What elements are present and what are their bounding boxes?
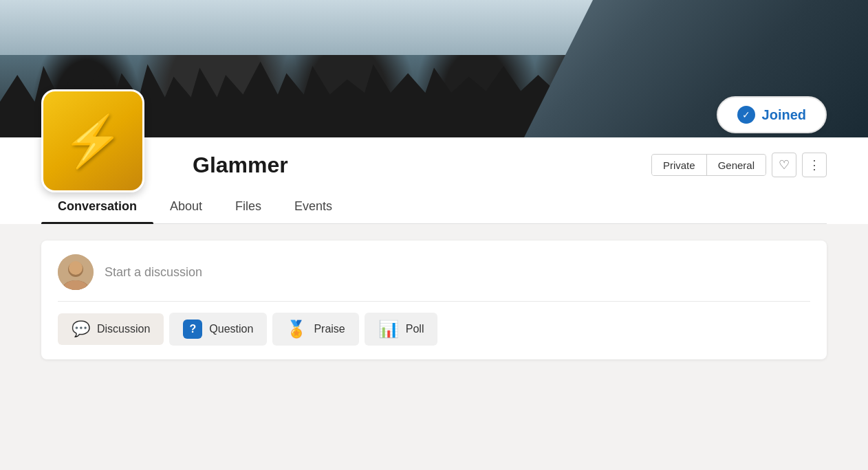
question-icon: ? xyxy=(183,320,202,339)
discussion-actions: 💬 Discussion ? Question 🏅 Praise 📊 Poll xyxy=(58,313,810,346)
praise-label: Praise xyxy=(314,323,345,335)
joined-check-icon: ✓ xyxy=(737,106,755,124)
lightning-icon: ⚡ xyxy=(62,116,124,166)
more-icon: ⋮ xyxy=(808,157,821,172)
question-label: Question xyxy=(209,323,253,335)
praise-icon: 🏅 xyxy=(286,320,307,339)
praise-type-button[interactable]: 🏅 Praise xyxy=(272,313,358,346)
svg-point-3 xyxy=(69,261,83,275)
group-name: Glammer xyxy=(193,153,288,178)
more-options-button[interactable]: ⋮ xyxy=(802,153,827,177)
tab-events[interactable]: Events xyxy=(278,190,349,223)
start-discussion-row[interactable]: Start a discussion xyxy=(58,254,810,302)
discussion-type-button[interactable]: 💬 Discussion xyxy=(58,313,164,345)
favorite-button[interactable]: ♡ xyxy=(772,153,796,177)
group-logo: ⚡ xyxy=(41,89,144,192)
joined-button[interactable]: ✓ Joined xyxy=(717,96,827,133)
group-name-row: Glammer Private General ♡ ⋮ xyxy=(41,137,827,179)
user-avatar xyxy=(58,254,94,290)
privacy-badge: Private General xyxy=(651,154,766,176)
tab-files[interactable]: Files xyxy=(219,190,278,223)
start-discussion-placeholder: Start a discussion xyxy=(105,265,202,280)
profile-section: ⚡ ✓ Joined Glammer Private General ♡ ⋮ C… xyxy=(0,137,868,224)
content-area: Start a discussion 💬 Discussion ? Questi… xyxy=(0,224,868,376)
question-type-button[interactable]: ? Question xyxy=(169,313,267,346)
avatar-svg xyxy=(58,254,94,290)
tabs-nav: Conversation About Files Events xyxy=(41,190,827,224)
tab-conversation[interactable]: Conversation xyxy=(41,190,153,223)
privacy-label: Private xyxy=(652,155,706,175)
poll-label: Poll xyxy=(406,323,424,335)
heart-icon: ♡ xyxy=(779,157,790,172)
discussion-card: Start a discussion 💬 Discussion ? Questi… xyxy=(41,240,827,359)
discussion-icon: 💬 xyxy=(72,320,90,338)
joined-label: Joined xyxy=(762,107,806,123)
discussion-label: Discussion xyxy=(97,323,150,335)
category-label: General xyxy=(707,155,766,175)
sky-background xyxy=(0,0,868,55)
group-actions: Private General ♡ ⋮ xyxy=(651,153,827,177)
poll-type-button[interactable]: 📊 Poll xyxy=(365,313,438,346)
tab-about[interactable]: About xyxy=(153,190,219,223)
poll-icon: 📊 xyxy=(378,320,399,339)
